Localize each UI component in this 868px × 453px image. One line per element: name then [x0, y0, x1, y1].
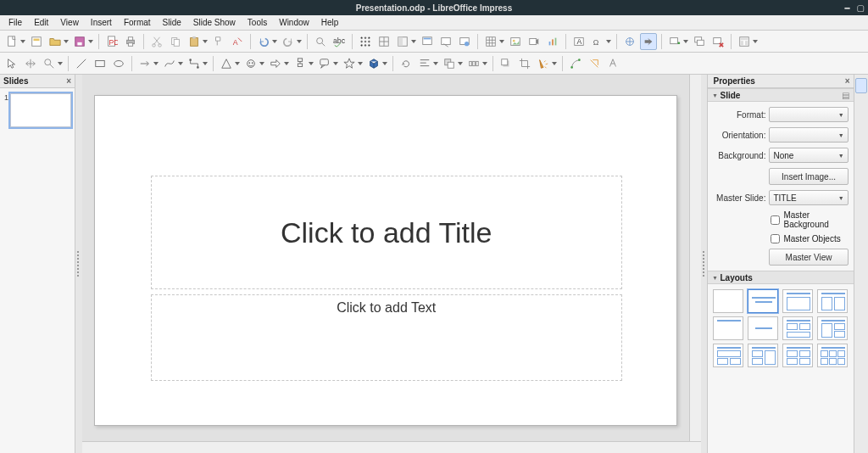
- layout-blank[interactable]: [713, 289, 743, 313]
- menu-format[interactable]: Format: [119, 17, 156, 28]
- arrange-icon[interactable]: [441, 55, 458, 72]
- redo-dropdown[interactable]: [296, 33, 303, 50]
- gluepoint-icon[interactable]: [567, 55, 584, 72]
- insert-hyperlink-icon[interactable]: [621, 33, 638, 50]
- rect-icon[interactable]: [92, 55, 108, 72]
- arrowline-icon[interactable]: [136, 55, 153, 72]
- slides-thumbnails[interactable]: 1: [0, 88, 75, 453]
- slides-panel-resize-handle[interactable]: [75, 75, 82, 453]
- layout-title-content[interactable]: [782, 289, 813, 313]
- menu-window[interactable]: Window: [274, 17, 314, 28]
- flowchart-dropdown[interactable]: [308, 55, 314, 72]
- master-view-button[interactable]: Master View: [769, 249, 848, 266]
- layout-2x2[interactable]: [782, 316, 813, 340]
- duplicate-slide-icon[interactable]: [691, 33, 708, 50]
- basic-shapes-dropdown[interactable]: [234, 55, 241, 72]
- star-icon[interactable]: [341, 55, 358, 72]
- print-icon[interactable]: [122, 33, 139, 50]
- undo-icon[interactable]: [255, 33, 272, 50]
- 3d-icon[interactable]: [365, 55, 382, 72]
- undo-dropdown[interactable]: [271, 33, 278, 50]
- flowchart-icon[interactable]: [292, 55, 309, 72]
- section-slide-header[interactable]: ▾ Slide ▤: [708, 88, 853, 102]
- rotate-icon[interactable]: [398, 55, 415, 72]
- window-minimize-button[interactable]: ━: [845, 3, 850, 13]
- sidebar-resize-handle[interactable]: [701, 75, 708, 453]
- zoom-icon[interactable]: [41, 55, 58, 72]
- master-background-checkbox[interactable]: Master Background: [713, 210, 848, 229]
- new-doc-icon[interactable]: [3, 33, 20, 50]
- symbol-shapes-dropdown[interactable]: [259, 55, 265, 72]
- menu-view[interactable]: View: [55, 17, 84, 28]
- copy-icon[interactable]: [167, 33, 184, 50]
- menu-insert[interactable]: Insert: [86, 17, 117, 28]
- new-slide-dropdown[interactable]: [682, 33, 689, 50]
- align-icon[interactable]: [416, 55, 433, 72]
- insert-av-icon[interactable]: [526, 33, 542, 50]
- slide-canvas[interactable]: Click to add Title Click to add Text: [82, 75, 689, 441]
- layout-title-only[interactable]: [713, 316, 743, 340]
- redo-icon[interactable]: [280, 33, 297, 50]
- slide[interactable]: Click to add Title Click to add Text: [94, 95, 677, 426]
- special-char-dropdown[interactable]: [605, 33, 612, 50]
- extrusion-icon[interactable]: [604, 55, 621, 72]
- line-icon[interactable]: [73, 55, 90, 72]
- ellipse-icon[interactable]: [110, 55, 127, 72]
- spellcheck-icon[interactable]: abc: [331, 33, 348, 50]
- zoom-dropdown[interactable]: [57, 55, 64, 72]
- connector-icon[interactable]: [186, 55, 203, 72]
- new-slide-icon[interactable]: [666, 33, 683, 50]
- layout-title[interactable]: [748, 289, 778, 313]
- menu-slideshow[interactable]: Slide Show: [188, 17, 241, 28]
- display-views-dropdown[interactable]: [410, 33, 417, 50]
- show-draw-icon[interactable]: [586, 55, 603, 72]
- export-pdf-icon[interactable]: PDF: [103, 33, 120, 50]
- clone-format-icon[interactable]: [210, 33, 227, 50]
- insert-special-char-icon[interactable]: Ω: [589, 33, 606, 50]
- layout-4[interactable]: [782, 344, 813, 367]
- find-icon[interactable]: [312, 33, 329, 50]
- new-doc-dropdown[interactable]: [19, 33, 26, 50]
- menu-file[interactable]: File: [3, 17, 27, 28]
- slide-thumb-1[interactable]: 1: [3, 93, 71, 127]
- distribute-dropdown[interactable]: [481, 55, 488, 72]
- star-dropdown[interactable]: [357, 55, 364, 72]
- properties-close-icon[interactable]: ×: [845, 76, 850, 86]
- insert-table-icon[interactable]: [482, 33, 499, 50]
- title-placeholder[interactable]: Click to add Title: [151, 176, 622, 289]
- sidebar-tab-properties[interactable]: [855, 78, 867, 93]
- filter-dropdown[interactable]: [551, 55, 558, 72]
- content-placeholder[interactable]: Click to add Text: [151, 294, 622, 381]
- curve-dropdown[interactable]: [177, 55, 184, 72]
- section-more-icon[interactable]: ▤: [842, 91, 849, 100]
- layout-6[interactable]: [817, 344, 848, 367]
- distribute-icon[interactable]: [465, 55, 482, 72]
- menu-tools[interactable]: Tools: [242, 17, 272, 28]
- insert-animation-icon[interactable]: [640, 33, 657, 50]
- layout-1-2[interactable]: [817, 316, 848, 340]
- open-icon[interactable]: [47, 33, 64, 50]
- display-views-icon[interactable]: [394, 33, 411, 50]
- layout-two-content[interactable]: [817, 289, 848, 313]
- slide-layout-icon[interactable]: [736, 33, 753, 50]
- slide-layout-dropdown[interactable]: [752, 33, 759, 50]
- format-select[interactable]: ▼: [769, 107, 848, 122]
- menu-help[interactable]: Help: [316, 17, 344, 28]
- orientation-select[interactable]: ▼: [769, 127, 848, 143]
- basic-shapes-icon[interactable]: [218, 55, 235, 72]
- open-dropdown[interactable]: [63, 33, 70, 50]
- display-grid-icon[interactable]: [357, 33, 374, 50]
- filter-icon[interactable]: [535, 55, 552, 72]
- block-arrows-dropdown[interactable]: [283, 55, 290, 72]
- insert-image-icon[interactable]: [507, 33, 524, 50]
- crop-icon[interactable]: [516, 55, 533, 72]
- save-dropdown[interactable]: [87, 33, 94, 50]
- start-current-icon[interactable]: [456, 33, 473, 50]
- align-dropdown[interactable]: [432, 55, 439, 72]
- insert-table-dropdown[interactable]: [498, 33, 505, 50]
- arrowline-dropdown[interactable]: [153, 55, 159, 72]
- clear-format-icon[interactable]: A: [229, 33, 246, 50]
- snap-helplines-icon[interactable]: [376, 33, 392, 50]
- menu-edit[interactable]: Edit: [29, 17, 53, 28]
- connector-dropdown[interactable]: [202, 55, 209, 72]
